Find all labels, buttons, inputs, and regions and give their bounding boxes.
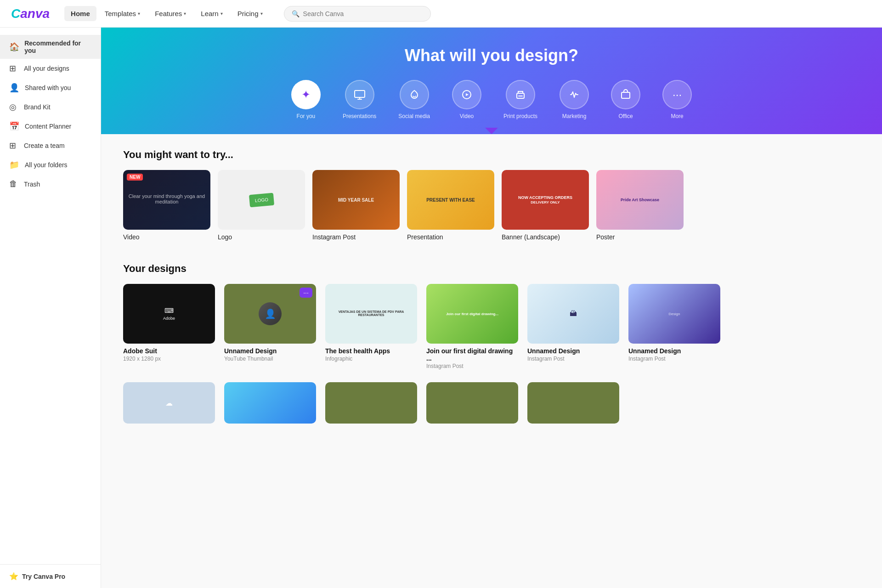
sidebar-item-brand-kit[interactable]: ◎ Brand Kit — [0, 97, 101, 117]
design-row2-3[interactable] — [325, 382, 417, 427]
social-media-icon-circle — [400, 80, 429, 109]
for-you-icon-circle: ✦ — [291, 80, 321, 109]
svg-rect-3 — [518, 96, 523, 96]
card-banner[interactable]: NOW ACCEPTING ORDERSDELIVERY ONLY Banner… — [502, 170, 589, 241]
card-video-thumb: NEW Clear your mind through yoga and med… — [123, 170, 210, 230]
card-logo[interactable]: LOGO Logo — [218, 170, 305, 241]
star-icon: ⭐ — [9, 572, 18, 581]
main-content: What will you design? ✦ For you Presenta… — [101, 28, 882, 588]
design-unnamed-youtube[interactable]: ··· 👤 Unnamed Design YouTube Thumbnail — [224, 284, 316, 369]
folder-icon: 📁 — [9, 160, 19, 170]
category-print[interactable]: Print products — [503, 80, 537, 119]
print-icon-circle — [506, 80, 535, 109]
your-designs-row1: ⌨ Adobe Adobe Suit 882 x 588 px ··· — [123, 284, 860, 369]
sidebar-item-folders[interactable]: 📁 All your folders — [0, 155, 101, 175]
sidebar-item-all-designs[interactable]: ⊞ All your designs — [0, 59, 101, 78]
sidebar-item-create-team[interactable]: ⊞ Create a team — [0, 136, 101, 155]
nav-learn[interactable]: Learn ▾ — [194, 6, 229, 21]
sidebar-item-trash[interactable]: 🗑 Trash — [0, 175, 101, 193]
card-logo-thumb: LOGO — [218, 170, 305, 230]
design-digital-drawing[interactable]: Join our first digital drawing... Join o… — [426, 284, 518, 369]
nav-home[interactable]: Home — [64, 6, 96, 21]
design-unnamed3[interactable]: Design Unnamed Design Instagram Post — [628, 284, 720, 369]
category-marketing[interactable]: Marketing — [560, 80, 589, 119]
top-navigation: Canva Home Templates ▾ Features ▾ Learn … — [0, 0, 882, 28]
design-row2-4-thumb — [426, 382, 518, 424]
chevron-down-icon: ▾ — [138, 11, 140, 16]
video-icon-circle — [452, 80, 481, 109]
nav-templates[interactable]: Templates ▾ — [98, 6, 147, 21]
svg-rect-4 — [622, 92, 630, 98]
card-banner-label: Banner (Landscape) — [502, 233, 589, 241]
office-icon-circle — [611, 80, 640, 109]
main-content-area: You might want to try... NEW Clear your … — [101, 134, 882, 442]
search-input[interactable] — [303, 10, 423, 17]
marketing-icon-circle — [560, 80, 589, 109]
brand-icon: ◎ — [9, 102, 18, 112]
design-digital-drawing-thumb: Join our first digital drawing... — [426, 284, 518, 344]
sidebar: 🏠 Recommended for you ⊞ All your designs… — [0, 28, 101, 588]
card-presentation-thumb: PRESENT WITH EASE — [407, 170, 494, 230]
category-video[interactable]: Video — [452, 80, 481, 119]
design-row2-1[interactable]: ☁ — [123, 382, 215, 427]
design-unnamed-youtube-thumb: ··· 👤 — [224, 284, 316, 344]
design-health-apps-thumb: VENTAJAS DE UN SISTEMA DE PDV PARA RESTA… — [325, 284, 417, 344]
new-badge: NEW — [127, 174, 143, 181]
design-row2-5-thumb — [527, 382, 619, 424]
presentations-icon-circle — [345, 80, 374, 109]
your-designs-title: Your designs — [123, 263, 860, 275]
design-adobe-suit[interactable]: ⌨ Adobe Adobe Suit 882 x 588 px — [123, 284, 215, 369]
design-row2-3-thumb — [325, 382, 417, 424]
try-cards-row: NEW Clear your mind through yoga and med… — [123, 170, 860, 241]
design-row2-2-thumb — [224, 382, 316, 424]
search-icon: 🔍 — [292, 10, 300, 17]
chevron-down-icon: ▾ — [220, 11, 223, 16]
category-for-you[interactable]: ✦ For you — [291, 80, 321, 119]
category-office[interactable]: Office — [611, 80, 640, 119]
card-presentation[interactable]: PRESENT WITH EASE Presentation — [407, 170, 494, 241]
category-social-media[interactable]: Social media — [398, 80, 430, 119]
design-health-apps[interactable]: VENTAJAS DE UN SISTEMA DE PDV PARA RESTA… — [325, 284, 417, 369]
nav-links: Home Templates ▾ Features ▾ Learn ▾ Pric… — [64, 6, 269, 21]
card-instagram[interactable]: MID YEAR SALE Instagram Post — [312, 170, 400, 241]
design-row2-2[interactable] — [224, 382, 316, 427]
team-icon: ⊞ — [9, 141, 18, 151]
sidebar-item-recommended[interactable]: 🏠 Recommended for you — [0, 35, 101, 59]
more-icon-circle: ··· — [662, 80, 692, 109]
card-video[interactable]: NEW Clear your mind through yoga and med… — [123, 170, 210, 241]
search-bar: 🔍 — [284, 6, 431, 22]
nav-pricing[interactable]: Pricing ▾ — [231, 6, 269, 21]
card-logo-label: Logo — [218, 233, 305, 241]
three-dots-menu[interactable]: ··· — [300, 288, 312, 298]
home-icon: 🏠 — [9, 42, 19, 52]
category-presentations[interactable]: Presentations — [343, 80, 376, 119]
sidebar-item-content-planner[interactable]: 📅 Content Planner — [0, 117, 101, 136]
canva-logo[interactable]: Canva — [11, 6, 50, 21]
design-category-icons: ✦ For you Presentations Social media — [129, 80, 854, 129]
design-unnamed2-thumb: 🏔 — [527, 284, 619, 344]
card-poster[interactable]: Pride Art Showcase Poster — [596, 170, 684, 241]
hero-arrow — [129, 128, 854, 134]
design-unnamed2[interactable]: 🏔 Unnamed Design Instagram Post — [527, 284, 619, 369]
page-layout: 🏠 Recommended for you ⊞ All your designs… — [0, 28, 882, 588]
card-poster-thumb: Pride Art Showcase — [596, 170, 684, 230]
nav-features[interactable]: Features ▾ — [148, 6, 192, 21]
card-instagram-thumb: MID YEAR SALE — [312, 170, 400, 230]
grid-icon: ⊞ — [9, 63, 18, 74]
card-video-label: Video — [123, 233, 210, 241]
design-row2-4[interactable] — [426, 382, 518, 427]
hero-title: What will you design? — [129, 46, 854, 65]
card-banner-thumb: NOW ACCEPTING ORDERSDELIVERY ONLY — [502, 170, 589, 230]
try-canva-pro-button[interactable]: ⭐ Try Canva Pro — [0, 564, 101, 588]
sidebar-item-shared[interactable]: 👤 Shared with you — [0, 78, 101, 97]
hero-banner: What will you design? ✦ For you Presenta… — [101, 28, 882, 134]
design-unnamed3-thumb: Design — [628, 284, 720, 344]
category-more[interactable]: ··· More — [662, 80, 692, 119]
chevron-down-icon: ▾ — [184, 11, 186, 16]
chevron-down-icon: ▾ — [260, 11, 263, 16]
trash-icon: 🗑 — [9, 179, 18, 189]
design-row2-5[interactable] — [527, 382, 619, 427]
design-row2-1-thumb: ☁ — [123, 382, 215, 424]
calendar-icon: 📅 — [9, 121, 19, 131]
your-designs-row2: ☁ — [123, 382, 860, 427]
